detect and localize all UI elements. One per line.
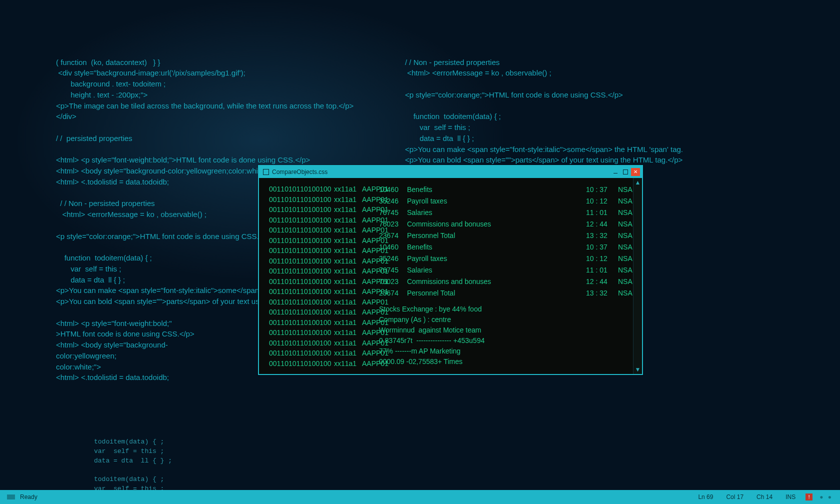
data-row: 10460Benefits10 : 37NSA bbox=[379, 184, 640, 196]
data-row: 76023Commissions and bonuses12 : 44NSA bbox=[379, 276, 640, 288]
binary-row: 0011010110100100xx11a1AAPP01 bbox=[269, 358, 374, 369]
window-footer-text: Stocks Exchange : bye 44% food Company (… bbox=[379, 304, 640, 367]
binary-row: 0011010110100100xx11a1AAPP01 bbox=[269, 194, 374, 205]
window-right-panel: 10460Benefits10 : 37NSA35246Payroll taxe… bbox=[374, 178, 642, 374]
binary-row: 0011010110100100xx11a1AAPP01 bbox=[269, 225, 374, 236]
binary-row: 0011010110100100xx11a1AAPP01 bbox=[269, 328, 374, 338]
close-button[interactable] bbox=[631, 168, 640, 176]
status-bar: Ready Ln 69 Col 17 Ch 14 INS ! ● ● bbox=[0, 490, 840, 504]
status-ready: Ready bbox=[20, 494, 38, 500]
minimize-button[interactable] bbox=[611, 168, 620, 176]
binary-row: 0011010110100100xx11a1AAPP01 bbox=[269, 184, 374, 194]
binary-row: 0011010110100100xx11a1AAPP01 bbox=[269, 236, 374, 246]
binary-row: 0011010110100100xx11a1AAPP01 bbox=[269, 286, 374, 297]
status-ch: Ch 14 bbox=[756, 494, 772, 500]
scroll-down-icon[interactable]: ▼ bbox=[635, 365, 641, 374]
maximize-button[interactable] bbox=[621, 168, 630, 176]
data-row: 35246Payroll taxes10 : 12NSA bbox=[379, 196, 640, 207]
status-indicator bbox=[7, 494, 15, 500]
binary-row: 0011010110100100xx11a1AAPP01 bbox=[269, 266, 374, 276]
data-row: 76745Salaries11 : 01NSA bbox=[379, 207, 640, 218]
binary-row: 0011010110100100xx11a1AAPP01 bbox=[269, 297, 374, 308]
binary-row: 0011010110100100xx11a1AAPP01 bbox=[269, 307, 374, 318]
file-icon bbox=[263, 169, 269, 175]
scrollbar[interactable]: ▲ ▼ bbox=[633, 178, 642, 374]
binary-row: 0011010110100100xx11a1AAPP01 bbox=[269, 204, 374, 215]
data-row: 10460Benefits10 : 37NSA bbox=[379, 242, 640, 253]
data-row: 23674Personnel Total13 : 32NSA bbox=[379, 288, 640, 299]
window-left-panel: 0011010110100100xx11a1AAPP01001101011010… bbox=[259, 178, 374, 374]
compare-window: CompareObjects.css 0011010110100100xx11a… bbox=[258, 165, 643, 375]
data-row: 35246Payroll taxes10 : 12NSA bbox=[379, 253, 640, 264]
binary-row: 0011010110100100xx11a1AAPP01 bbox=[269, 246, 374, 256]
data-row: 76023Commissions and bonuses12 : 44NSA bbox=[379, 218, 640, 230]
status-dots: ● ● bbox=[820, 494, 833, 500]
binary-row: 0011010110100100xx11a1AAPP01 bbox=[269, 338, 374, 348]
status-col: Col 17 bbox=[726, 494, 744, 500]
binary-row: 0011010110100100xx11a1AAPP01 bbox=[269, 215, 374, 226]
window-titlebar[interactable]: CompareObjects.css bbox=[259, 166, 642, 178]
binary-row: 0011010110100100xx11a1AAPP01 bbox=[269, 348, 374, 358]
error-icon[interactable]: ! bbox=[806, 494, 812, 500]
binary-row: 0011010110100100xx11a1AAPP01 bbox=[269, 256, 374, 266]
status-line: Ln 69 bbox=[698, 494, 713, 500]
status-ins: INS bbox=[786, 494, 796, 500]
data-row: 23674Personnel Total13 : 32NSA bbox=[379, 230, 640, 242]
data-row: 76745Salaries11 : 01NSA bbox=[379, 264, 640, 276]
scroll-up-icon[interactable]: ▲ bbox=[635, 178, 641, 187]
binary-row: 0011010110100100xx11a1AAPP01 bbox=[269, 276, 374, 287]
binary-row: 0011010110100100xx11a1AAPP01 bbox=[269, 318, 374, 328]
window-title: CompareObjects.css bbox=[272, 168, 328, 176]
